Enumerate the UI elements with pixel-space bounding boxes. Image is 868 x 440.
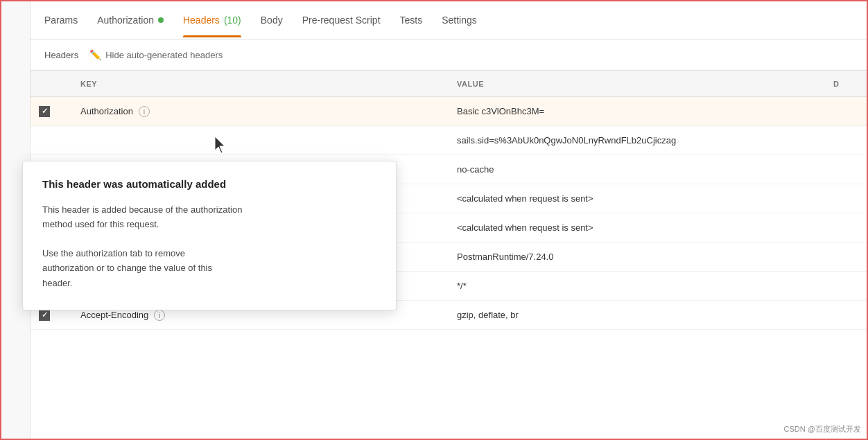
hide-icon: ✏️ (89, 49, 101, 60)
tab-pre-request-script[interactable]: Pre-request Script (302, 3, 381, 37)
row8-checkbox[interactable] (39, 310, 50, 321)
row7-d (825, 279, 867, 293)
row1-key-cell: Authorization i (72, 99, 449, 124)
watermark: CSDN @百度测试开发 (784, 424, 861, 434)
row5-value: <calculated when request is sent> (449, 215, 825, 240)
tooltip-footer: Use the authorization tab to removeautho… (42, 246, 376, 290)
tab-settings[interactable]: Settings (442, 3, 477, 37)
tooltip-popup: This header was automatically added This… (22, 161, 397, 310)
tab-authorization[interactable]: Authorization (97, 3, 164, 37)
tooltip-body: This header is added because of the auth… (42, 202, 376, 232)
tab-body[interactable]: Body (261, 3, 283, 37)
row2-d (825, 134, 867, 148)
tab-bar: Params Authorization Headers (10) Body P… (31, 1, 867, 39)
row3-d (825, 163, 867, 177)
col-d: D (825, 80, 867, 88)
row8-value: gzip, deflate, br (449, 303, 825, 327)
row6-d (825, 250, 867, 264)
sub-header: Headers ✏️ Hide auto-generated headers (31, 39, 867, 71)
tooltip-title: This header was automatically added (42, 178, 376, 190)
row3-value: no-cache (449, 157, 825, 182)
row7-value: */* (449, 274, 825, 298)
tab-settings-label: Settings (442, 15, 477, 26)
tab-headers-label: Headers (183, 15, 220, 26)
tab-params-label: Params (44, 15, 78, 26)
row1-key: Authorization (80, 106, 133, 116)
table-row: sails.sid=s%3AbUk0nQgwJoN0LnyRwndFLb2uCj… (31, 126, 867, 155)
hide-auto-headers-button[interactable]: ✏️ Hide auto-generated headers (89, 49, 223, 60)
row6-value: PostmanRuntime/7.24.0 (449, 245, 825, 269)
authorization-dot (158, 17, 164, 23)
row4-value: <calculated when request is sent> (449, 186, 825, 211)
tab-headers[interactable]: Headers (10) (183, 3, 241, 37)
tab-headers-count: (10) (224, 15, 241, 26)
row1-value: Basic c3VlOnBhc3M= (449, 99, 825, 123)
hide-button-label: Hide auto-generated headers (105, 50, 223, 60)
table-row: Authorization i Basic c3VlOnBhc3M= (31, 97, 867, 126)
row8-info-icon[interactable]: i (154, 310, 165, 321)
tab-tests[interactable]: Tests (400, 3, 423, 37)
row8-d (825, 308, 867, 322)
row8-key: Accept-Encoding (80, 310, 148, 320)
tab-pre-request-label: Pre-request Script (302, 15, 381, 26)
row1-checkbox[interactable] (39, 106, 50, 117)
table-header-row: KEY VALUE D (31, 71, 867, 97)
row2-key-cell (72, 134, 449, 148)
col-key: KEY (72, 80, 449, 88)
row2-value: sails.sid=s%3AbUk0nQgwJoN0LnyRwndFLb2uCj… (449, 128, 825, 152)
tab-params[interactable]: Params (44, 3, 78, 37)
tab-tests-label: Tests (400, 15, 423, 26)
col-value: VALUE (449, 80, 825, 88)
tab-authorization-label: Authorization (97, 15, 154, 26)
sub-header-title: Headers (44, 50, 78, 60)
row2-checkbox-cell (31, 134, 72, 148)
row1-info-icon[interactable]: i (139, 106, 150, 117)
row4-d (825, 192, 867, 206)
row1-d (825, 105, 867, 118)
tab-body-label: Body (261, 15, 283, 26)
row1-checkbox-cell (31, 99, 72, 124)
row5-d (825, 221, 867, 235)
